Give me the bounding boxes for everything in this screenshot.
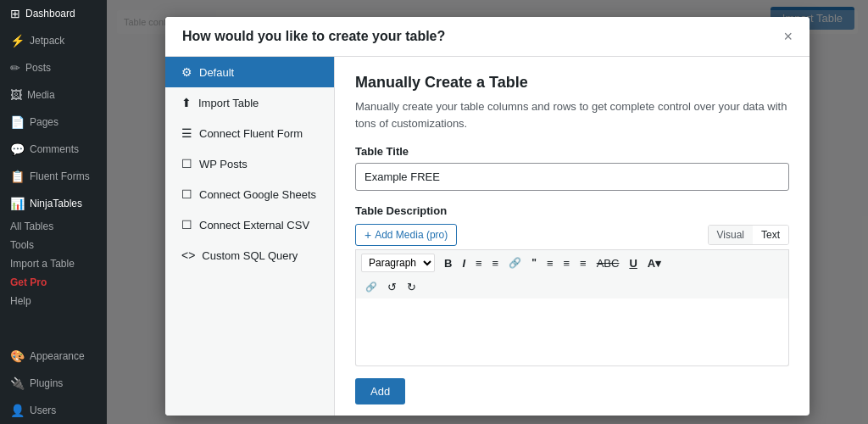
undo-button[interactable]: ↺ (383, 279, 401, 295)
ol-button[interactable]: ≡ (488, 255, 504, 271)
modal-header: How would you like to create your table?… (165, 17, 810, 57)
sidebar-item-dashboard[interactable]: ⊞ Dashboard (0, 0, 107, 27)
sidebar-link-get-pro[interactable]: Get Pro (0, 273, 107, 292)
sidebar-item-fluent-forms[interactable]: 📋 Fluent Forms (0, 163, 107, 190)
content-title: Manually Create a Table (355, 74, 789, 92)
paragraph-select[interactable]: Paragraph (361, 254, 435, 272)
bold-button[interactable]: B (440, 255, 456, 271)
main-area: Import Table Table content area How woul… (107, 0, 868, 424)
editor-toolbar-top: + Add Media (pro) Visual Text (355, 224, 789, 246)
add-media-icon: + (364, 228, 371, 242)
text-tab[interactable]: Text (753, 226, 788, 244)
modal-close-button[interactable]: × (783, 29, 793, 44)
fluent-forms-icon: 📋 (10, 170, 25, 183)
align-left-button[interactable]: ≡ (542, 255, 558, 271)
sidebar-item-media[interactable]: 🖼 Media (0, 81, 107, 109)
sidebar-item-ninja-tables[interactable]: 📊 NinjaTables (0, 190, 107, 217)
custom-sql-nav-icon: <> (181, 248, 195, 262)
fluent-form-nav-icon: ☰ (181, 126, 192, 140)
modal-nav-connect-fluent[interactable]: ☰ Connect Fluent Form (165, 118, 334, 148)
add-button[interactable]: Add (355, 378, 405, 404)
modal-nav-connect-google[interactable]: ☐ Connect Google Sheets (165, 179, 334, 209)
sidebar: ⊞ Dashboard ⚡ Jetpack ✏ Posts 🖼 Media 📄 … (0, 0, 107, 424)
modal-title: How would you like to create your table? (182, 29, 445, 44)
link-button[interactable]: 🔗 (504, 255, 526, 271)
posts-icon: ✏ (10, 61, 20, 75)
dashboard-icon: ⊞ (10, 7, 20, 20)
editor-content-area[interactable] (355, 298, 789, 366)
sidebar-item-comments[interactable]: 💬 Comments (0, 136, 107, 163)
external-csv-nav-icon: ☐ (181, 218, 192, 232)
default-nav-icon: ⚙ (181, 65, 192, 79)
editor-format-bar-1: Paragraph B I ≡ ≡ 🔗 " ≡ ≡ ≡ ABC U A▾ (355, 249, 789, 276)
sidebar-link-all-tables[interactable]: All Tables (0, 217, 107, 236)
italic-button[interactable]: I (458, 255, 470, 271)
ul-button[interactable]: ≡ (471, 255, 487, 271)
table-title-input[interactable] (355, 163, 789, 191)
sidebar-item-jetpack[interactable]: ⚡ Jetpack (0, 27, 107, 54)
jetpack-icon: ⚡ (10, 34, 25, 47)
comments-icon: 💬 (10, 142, 25, 156)
modal-nav-import-table[interactable]: ⬆ Import Table (165, 87, 334, 118)
sidebar-item-posts[interactable]: ✏ Posts (0, 54, 107, 81)
text-color-button[interactable]: A▾ (643, 255, 665, 271)
modal-nav-wp-posts[interactable]: ☐ WP Posts (165, 148, 334, 179)
media-icon: 🖼 (10, 88, 22, 102)
sidebar-item-appearance[interactable]: 🎨 Appearance (0, 343, 107, 370)
modal-overlay: How would you like to create your table?… (107, 0, 868, 424)
google-sheets-nav-icon: ☐ (181, 187, 192, 201)
table-title-label: Table Title (355, 145, 789, 158)
sidebar-item-pages[interactable]: 📄 Pages (0, 109, 107, 136)
import-table-nav-icon: ⬆ (181, 96, 192, 109)
content-description: Manually create your table columns and r… (355, 98, 789, 131)
editor-format-bar-2: 🔗 ↺ ↻ (355, 276, 789, 298)
visual-tab[interactable]: Visual (709, 226, 753, 244)
users-icon: 👤 (10, 404, 25, 417)
underline-button[interactable]: U (625, 255, 641, 271)
sidebar-item-users[interactable]: 👤 Users (0, 397, 107, 424)
modal-body: ⚙ Default ⬆ Import Table ☰ Connect Fluen… (165, 57, 810, 416)
modal-nav-custom-sql[interactable]: <> Custom SQL Query (165, 240, 334, 271)
unlink-button[interactable]: 🔗 (361, 280, 381, 294)
modal-nav: ⚙ Default ⬆ Import Table ☰ Connect Fluen… (165, 57, 335, 416)
strikethrough-button[interactable]: ABC (593, 255, 624, 271)
sidebar-item-plugins[interactable]: 🔌 Plugins (0, 370, 107, 397)
plugins-icon: 🔌 (10, 377, 25, 390)
create-table-modal: How would you like to create your table?… (165, 17, 810, 416)
wp-posts-nav-icon: ☐ (181, 157, 192, 170)
pages-icon: 📄 (10, 115, 25, 129)
sidebar-link-help[interactable]: Help (0, 292, 107, 310)
align-right-button[interactable]: ≡ (576, 255, 591, 271)
redo-button[interactable]: ↻ (403, 279, 420, 295)
align-center-button[interactable]: ≡ (559, 255, 575, 271)
sidebar-link-tools[interactable]: Tools (0, 236, 107, 254)
modal-nav-connect-external[interactable]: ☐ Connect External CSV (165, 209, 334, 240)
quote-button[interactable]: " (527, 255, 541, 271)
modal-nav-default[interactable]: ⚙ Default (165, 57, 334, 87)
appearance-icon: 🎨 (10, 349, 25, 363)
visual-text-tabs: Visual Text (708, 225, 789, 245)
add-media-button[interactable]: + Add Media (pro) (355, 224, 457, 246)
ninja-tables-icon: 📊 (10, 197, 25, 210)
sidebar-link-import-table[interactable]: Import a Table (0, 254, 107, 273)
modal-content-area: Manually Create a Table Manually create … (335, 57, 810, 416)
table-description-label: Table Description (355, 204, 789, 217)
